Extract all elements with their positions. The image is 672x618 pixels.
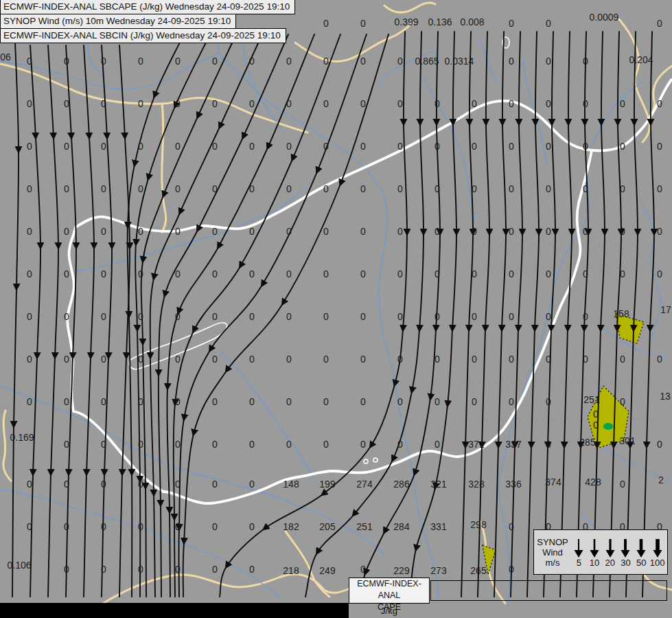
map-value: 0 <box>101 439 106 450</box>
map-value: 0 <box>64 439 69 450</box>
map-value: 0 <box>546 226 551 237</box>
map-value: 0 <box>175 354 181 365</box>
map-value: 0 <box>286 56 292 67</box>
wind-speed-label: 100 <box>650 558 665 568</box>
small-lake-outline <box>373 458 378 462</box>
map-value: 0 <box>286 311 292 322</box>
map-value: 0 <box>397 396 403 407</box>
map-value: 249 <box>319 565 336 576</box>
map-value: 205 <box>319 521 336 532</box>
map-value: 0 <box>138 56 143 67</box>
wind-streamline <box>84 45 94 597</box>
map-value: 0 <box>249 479 255 490</box>
map-value: 0 <box>212 56 218 67</box>
map-value: 0 <box>212 311 218 322</box>
map-value: 0 <box>657 141 662 152</box>
title-synop-wind: SYNOP Wind (m/s) 10m Wednesday 24-09-202… <box>0 14 236 29</box>
map-value: 0 <box>212 521 218 532</box>
cape-legend-label: ECMWF-INDEX-ANAL CAPE <box>349 577 430 604</box>
map-value: 0 <box>509 18 514 29</box>
map-value: 0 <box>435 311 440 322</box>
map-value: 0 <box>435 141 440 152</box>
map-value: 0 <box>101 521 106 532</box>
title-sbcape: ECMWF-INDEX-ANAL SBCAPE (J/kg) Wednesday… <box>0 0 295 14</box>
map-value: 0 <box>249 311 255 322</box>
map-value: 0 <box>286 354 292 365</box>
wind-speed-item: 10 <box>588 537 601 568</box>
map-value: 328 <box>468 479 485 490</box>
map-value: 0 <box>323 98 329 109</box>
river-path <box>480 40 496 82</box>
map-value: 0 <box>286 98 292 109</box>
map-value: 0 <box>27 226 32 237</box>
map-value: 0 <box>101 479 106 490</box>
map-value: 0 <box>323 226 329 237</box>
wind-streamline <box>12 41 19 597</box>
map-value: 0 <box>64 396 69 407</box>
map-value: 0 <box>509 521 514 532</box>
map-value: 0 <box>583 268 588 279</box>
map-value: 0 <box>64 564 69 575</box>
map-value: 0 <box>546 396 551 407</box>
map-value: 0 <box>175 226 181 237</box>
map-value: 0 <box>360 439 366 450</box>
map-value: 0.865 <box>415 56 439 67</box>
map-value: 0 <box>323 396 329 407</box>
map-value: 2 <box>658 474 664 485</box>
map-value: 0 <box>27 183 32 194</box>
map-value: 0 <box>472 183 477 194</box>
map-value: 0 <box>360 56 366 67</box>
map-value: 199 <box>319 479 336 490</box>
map-value: 374 <box>545 477 561 488</box>
map-value: 0 <box>249 268 255 279</box>
map-value: 0 <box>435 268 440 279</box>
wind-speed-label: 30 <box>621 558 630 568</box>
map-value: 0 <box>212 183 218 194</box>
map-value: 0 <box>435 98 440 109</box>
map-value: 0 <box>583 183 588 194</box>
map-value: 0 <box>360 18 366 29</box>
wind-streamline <box>593 32 605 597</box>
map-value: 0 <box>360 183 366 194</box>
map-value: 0 <box>323 141 329 152</box>
map-value: 0 <box>64 56 69 67</box>
map-value: 0 <box>138 183 143 194</box>
hungary-border-south <box>163 446 485 503</box>
wind-arrow-icon <box>603 537 617 558</box>
wind-streamline <box>48 45 58 597</box>
map-value: 0.204 <box>629 54 653 65</box>
map-value: 0 <box>360 268 366 279</box>
map-value: 0 <box>323 311 329 322</box>
map-value: 0 <box>435 183 440 194</box>
map-value: 0.008 <box>460 16 484 27</box>
map-value: 0 <box>249 521 255 532</box>
map-value: 0 <box>509 56 514 67</box>
map-value: 0 <box>397 268 403 279</box>
map-value: 0 <box>212 439 218 450</box>
map-value: 337 <box>505 439 522 450</box>
map-value: 0 <box>212 141 218 152</box>
map-value: 0 <box>101 98 106 109</box>
map-value: 0 <box>27 521 32 532</box>
map-value: 284 <box>393 521 410 532</box>
map-value: 0 <box>620 479 625 490</box>
map-value: 0 <box>249 98 255 109</box>
map-value: 0 <box>64 98 69 109</box>
map-value: 428 <box>585 477 601 488</box>
map-value: 0 <box>212 479 218 490</box>
map-value: 0 <box>212 226 218 237</box>
country-borders-tan <box>0 3 672 604</box>
map-value: 13 <box>660 391 671 402</box>
wind-arrow-icon <box>651 537 664 558</box>
map-value: 0 <box>583 226 588 237</box>
wind-legend-line3: m/s <box>534 558 571 568</box>
wind-streamline <box>119 45 130 597</box>
map-value: 0 <box>397 311 403 322</box>
map-value: 0 <box>175 439 181 450</box>
map-value: 0 <box>509 98 514 109</box>
small-lake-outline <box>364 459 368 464</box>
wind-speed-item: 50 <box>634 537 648 568</box>
map-value: 0 <box>64 311 69 322</box>
map-title-box: ECMWF-INDEX-ANAL SBCAPE (J/kg) Wednesday… <box>0 0 295 43</box>
map-value: 17 <box>660 304 671 315</box>
